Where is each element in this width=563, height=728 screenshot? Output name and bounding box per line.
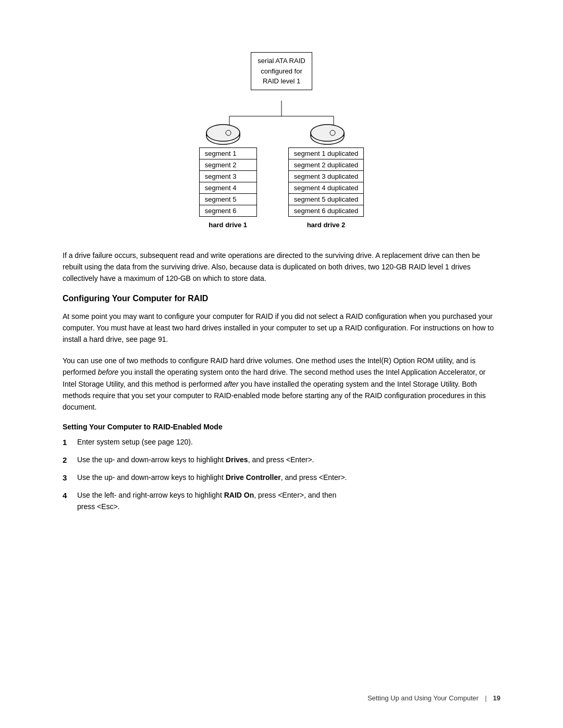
sub-heading: Setting Your Computer to RAID-Enabled Mo… bbox=[63, 423, 500, 431]
table-row: segment 3 bbox=[199, 170, 256, 182]
table-row: segment 5 duplicated bbox=[288, 193, 364, 205]
step-number: 2 bbox=[63, 454, 77, 466]
segment-cell: segment 1 bbox=[199, 147, 256, 159]
raid-label-box: serial ATA RAIDconfigured forRAID level … bbox=[251, 52, 312, 90]
segment-cell: segment 6 bbox=[199, 205, 256, 216]
segment-cell: segment 1 duplicated bbox=[288, 147, 364, 159]
list-item: 4 Use the left- and right-arrow keys to … bbox=[63, 489, 500, 513]
drive1-segments-table: segment 1 segment 2 segment 3 segment 4 bbox=[199, 147, 257, 217]
table-row: segment 4 duplicated bbox=[288, 182, 364, 193]
segment-cell: segment 4 bbox=[199, 182, 256, 193]
para3-italic1: before bbox=[98, 368, 119, 376]
table-row: segment 2 duplicated bbox=[288, 159, 364, 170]
drive2-label: hard drive 2 bbox=[307, 221, 346, 229]
raid-diagram: serial ATA RAIDconfigured forRAID level … bbox=[63, 52, 500, 229]
step-text: Use the up- and down-arrow keys to highl… bbox=[77, 472, 500, 483]
table-row: segment 4 bbox=[199, 182, 256, 193]
body-paragraph-1: If a drive failure occurs, subsequent re… bbox=[63, 250, 500, 285]
step-number: 3 bbox=[63, 472, 77, 484]
drives-row: segment 1 segment 2 segment 3 segment 4 bbox=[199, 147, 364, 229]
step-text: Use the left- and right-arrow keys to hi… bbox=[77, 489, 500, 513]
diagram-connector-svg bbox=[167, 101, 396, 147]
segment-cell: segment 2 bbox=[199, 159, 256, 170]
segment-cell: segment 6 duplicated bbox=[288, 205, 364, 216]
step-number: 1 bbox=[63, 436, 77, 449]
raid-label-text: serial ATA RAIDconfigured forRAID level … bbox=[258, 57, 305, 85]
steps-list: 1 Enter system setup (see page 120). 2 U… bbox=[63, 436, 500, 513]
body-paragraph-3: You can use one of two methods to config… bbox=[63, 355, 500, 413]
segment-cell: segment 4 duplicated bbox=[288, 182, 364, 193]
section-heading: Configuring Your Computer for RAID bbox=[63, 294, 500, 303]
svg-point-10 bbox=[311, 125, 344, 141]
step-bold-keyword: Drives bbox=[226, 455, 248, 464]
table-row: segment 1 duplicated bbox=[288, 147, 364, 159]
footer-divider: | bbox=[485, 694, 486, 702]
page-footer: Setting Up and Using Your Computer | 19 bbox=[0, 694, 563, 702]
segment-cell: segment 2 duplicated bbox=[288, 159, 364, 170]
step-text: Use the up- and down-arrow keys to highl… bbox=[77, 454, 500, 465]
step-bold-keyword: RAID On bbox=[224, 491, 254, 499]
drive2-segments-table: segment 1 duplicated segment 2 duplicate… bbox=[288, 147, 364, 217]
svg-point-5 bbox=[206, 125, 240, 141]
table-row: segment 3 duplicated bbox=[288, 170, 364, 182]
step-number: 4 bbox=[63, 489, 77, 502]
para3-italic2: after bbox=[224, 380, 238, 388]
list-item: 1 Enter system setup (see page 120). bbox=[63, 436, 500, 449]
body-paragraph-2: At some point you may want to configure … bbox=[63, 311, 500, 346]
table-row: segment 5 bbox=[199, 193, 256, 205]
segment-cell: segment 3 duplicated bbox=[288, 170, 364, 182]
table-row: segment 6 bbox=[199, 205, 256, 216]
drive1-column: segment 1 segment 2 segment 3 segment 4 bbox=[199, 147, 257, 229]
segment-cell: segment 5 duplicated bbox=[288, 193, 364, 205]
step-text: Enter system setup (see page 120). bbox=[77, 436, 500, 448]
footer-left-text: Setting Up and Using Your Computer bbox=[368, 694, 479, 702]
table-row: segment 6 duplicated bbox=[288, 205, 364, 216]
drive2-column: segment 1 duplicated segment 2 duplicate… bbox=[288, 147, 364, 229]
segment-cell: segment 5 bbox=[199, 193, 256, 205]
page-number: 19 bbox=[493, 694, 500, 702]
segment-cell: segment 3 bbox=[199, 170, 256, 182]
table-row: segment 2 bbox=[199, 159, 256, 170]
table-row: segment 1 bbox=[199, 147, 256, 159]
drive1-label: hard drive 1 bbox=[209, 221, 247, 229]
list-item: 3 Use the up- and down-arrow keys to hig… bbox=[63, 472, 500, 484]
step-bold-keyword: Drive Controller bbox=[226, 473, 281, 482]
page-content: serial ATA RAIDconfigured forRAID level … bbox=[0, 0, 563, 564]
list-item: 2 Use the up- and down-arrow keys to hig… bbox=[63, 454, 500, 466]
